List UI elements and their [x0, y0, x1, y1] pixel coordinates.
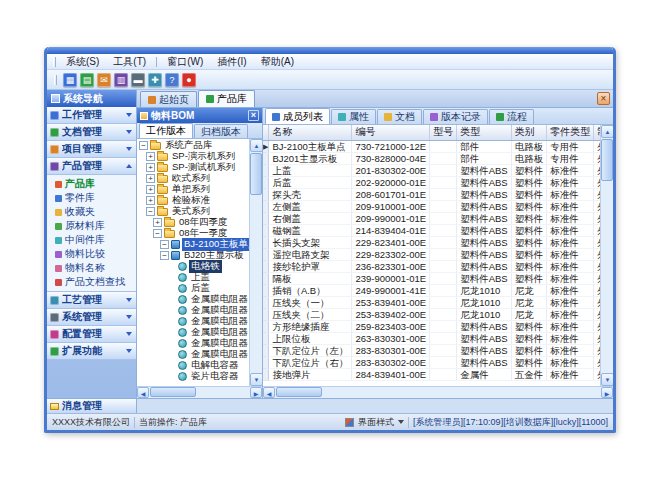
- sidebar-group-project[interactable]: 项目管理: [47, 141, 136, 158]
- table-row[interactable]: 压线夹（一）253-839401-00E尼龙1010尼龙标准件外协条: [263, 296, 600, 308]
- sidebar-group-product[interactable]: 产品管理: [47, 158, 136, 175]
- detail-tab-version-history[interactable]: 版本记录: [423, 109, 488, 124]
- detail-tab-documents[interactable]: 文档: [377, 109, 422, 124]
- scroll-down-icon[interactable]: [250, 373, 263, 386]
- column-header[interactable]: 型号: [430, 125, 457, 140]
- expand-minus-icon[interactable]: −: [146, 207, 155, 216]
- table-row[interactable]: 上盖201-830302-00E塑料件ABS塑料件标准件外协条: [263, 164, 600, 176]
- exit-icon[interactable]: ●: [182, 73, 196, 87]
- expand-minus-icon[interactable]: −: [153, 229, 162, 238]
- scroll-right-icon[interactable]: [250, 387, 262, 398]
- scroll-thumb[interactable]: [150, 387, 196, 397]
- table-row[interactable]: 磁钢盖214-839404-01E塑料件ABS塑料件标准件外协条: [263, 224, 600, 236]
- tree-vertical-scrollbar[interactable]: [249, 139, 262, 386]
- table-row[interactable]: 插销（A.B）249-990001-41E尼龙1010尼龙标准件外协条: [263, 284, 600, 296]
- menu-item-system[interactable]: 系统(S): [59, 54, 106, 70]
- column-header[interactable]: 零件类型: [547, 125, 594, 140]
- bom-tab-2[interactable]: 归档版本: [194, 124, 248, 138]
- sidebar-item-raw-material-lib[interactable]: 原材料库: [47, 219, 136, 233]
- scroll-track[interactable]: [250, 152, 262, 373]
- menu-item-window[interactable]: 窗口(W): [160, 54, 210, 70]
- sidebar-item-middleware-lib[interactable]: 中间件库: [47, 233, 136, 247]
- expand-plus-icon[interactable]: +: [146, 174, 155, 183]
- bom-tree-icon[interactable]: ▤: [80, 73, 94, 87]
- table-row[interactable]: ▶BJ-2100主板单点730-721000-12E部件电路板专用件外协颗: [263, 140, 600, 152]
- printer-icon[interactable]: ▬: [131, 73, 145, 87]
- tab-close-button[interactable]: [597, 92, 610, 105]
- menu-item-plugins[interactable]: 插件(I): [210, 54, 253, 70]
- detail-tab-properties[interactable]: 属性: [331, 109, 376, 124]
- scroll-down-icon[interactable]: [601, 373, 614, 386]
- scroll-track[interactable]: [149, 387, 250, 398]
- sidebar-item-material-name[interactable]: 物料名称: [47, 261, 136, 275]
- bom-tab-1[interactable]: 工作版本: [139, 123, 193, 138]
- sidebar-group-document[interactable]: 文档管理: [47, 124, 136, 141]
- table-row[interactable]: 长插头支架229-823401-00E塑料件ABS塑料件标准件外协条: [263, 236, 600, 248]
- table-row[interactable]: 隔板239-900001-01E塑料件ABS塑料件标准件外协条: [263, 272, 600, 284]
- tab-product-lib[interactable]: 产品库: [198, 90, 255, 107]
- scroll-left-icon[interactable]: [263, 387, 275, 398]
- help-icon[interactable]: ?: [165, 73, 179, 87]
- mail-icon[interactable]: ✉: [97, 73, 111, 87]
- detail-tab-members[interactable]: 成员列表: [265, 108, 330, 124]
- table-row[interactable]: 压线夹（二）253-839402-00E尼龙1010尼龙标准件外协条: [263, 308, 600, 320]
- expand-plus-icon[interactable]: +: [146, 152, 155, 161]
- scroll-thumb[interactable]: [276, 387, 322, 397]
- settings-icon[interactable]: ✚: [148, 73, 162, 87]
- scroll-up-icon[interactable]: [250, 139, 263, 152]
- sidebar-group-system[interactable]: 系统管理: [47, 309, 136, 326]
- sidebar-group-craft[interactable]: 工艺管理: [47, 292, 136, 309]
- sidebar-group-extend[interactable]: 扩展功能: [47, 343, 136, 360]
- ui-style-label[interactable]: 界面样式: [358, 416, 394, 429]
- table-row[interactable]: 接纱轮护罩236-823301-00E塑料件ABS塑料件标准件外协条: [263, 260, 600, 272]
- tree-horizontal-scrollbar[interactable]: [137, 386, 262, 398]
- table-row[interactable]: 下趴定位片（左）283-830301-00E塑料件ABS塑料件标准件外协条: [263, 344, 600, 356]
- report-icon[interactable]: ▥: [114, 73, 128, 87]
- scroll-right-icon[interactable]: [601, 387, 613, 398]
- expand-plus-icon[interactable]: +: [146, 163, 155, 172]
- expand-minus-icon[interactable]: −: [160, 240, 169, 249]
- table-vertical-scrollbar[interactable]: [600, 125, 613, 386]
- sidebar-item-part-lib[interactable]: 零件库: [47, 191, 136, 205]
- table-row[interactable]: 探头壳208-601701-01E塑料件ABS塑料件标准件外协条: [263, 188, 600, 200]
- table-row[interactable]: 后盖202-920000-01E塑料件ABS塑料件标准件外协条: [263, 176, 600, 188]
- window-icon[interactable]: ▦: [63, 73, 77, 87]
- scroll-thumb[interactable]: [250, 153, 262, 195]
- expand-minus-icon[interactable]: −: [160, 251, 169, 260]
- expand-plus-icon[interactable]: +: [146, 196, 155, 205]
- column-header[interactable]: 类别: [511, 125, 547, 140]
- menubar-grip[interactable]: [53, 57, 56, 67]
- table-row[interactable]: 上限位板263-830301-00E塑料件ABS塑料件标准件外协条: [263, 332, 600, 344]
- expand-minus-icon[interactable]: −: [139, 141, 148, 150]
- detail-tab-workflow[interactable]: 流程: [489, 109, 534, 124]
- scroll-thumb[interactable]: [601, 139, 613, 181]
- row-selector[interactable]: ▶: [263, 140, 269, 152]
- tab-home[interactable]: 起始页: [140, 91, 197, 107]
- table-row[interactable]: BJ201主显示板730-828000-04E部件电路板专用件外协颗: [263, 152, 600, 164]
- table-horizontal-scrollbar[interactable]: [263, 386, 613, 398]
- table-row[interactable]: 接地弹片284-839401-00E金属件五金件标准件外协条: [263, 368, 600, 380]
- sidebar-group-config[interactable]: 配置管理: [47, 326, 136, 343]
- table-row[interactable]: 右侧盖209-990001-01E塑料件ABS塑料件标准件外协条: [263, 212, 600, 224]
- menu-item-help[interactable]: 帮助(A): [254, 54, 301, 70]
- table-row[interactable]: 左侧盖209-910001-00E塑料件ABS塑料件标准件外协条: [263, 200, 600, 212]
- sidebar-group-work[interactable]: 工作管理: [47, 107, 136, 124]
- table-row[interactable]: 方形绝缘插座259-823403-00E塑料件ABS塑料件标准件外协条: [263, 320, 600, 332]
- scroll-track[interactable]: [275, 387, 601, 398]
- scroll-left-icon[interactable]: [137, 387, 149, 398]
- sidebar-item-material-compare[interactable]: 物料比较: [47, 247, 136, 261]
- table-row[interactable]: 遥控电路支架229-823302-00E塑料件ABS塑料件标准件外协条: [263, 248, 600, 260]
- tree-node[interactable]: 瓷片电容器: [137, 371, 249, 382]
- column-header[interactable]: 编号: [352, 125, 430, 140]
- scroll-track[interactable]: [601, 138, 613, 373]
- toolbar-grip[interactable]: [54, 75, 57, 85]
- table-row[interactable]: 下趴定位片（右）283-830302-00E塑料件ABS塑料件标准件外协条: [263, 356, 600, 368]
- message-panel-bar[interactable]: 消息管理: [47, 399, 137, 413]
- bom-close-icon[interactable]: [248, 110, 259, 121]
- sidebar-item-product-doc-search[interactable]: 产品文档查找: [47, 275, 136, 289]
- menu-item-tools[interactable]: 工具(T): [106, 54, 153, 70]
- scroll-up-icon[interactable]: [601, 125, 614, 138]
- chevron-down-icon[interactable]: [398, 420, 404, 424]
- column-header[interactable]: 类型: [457, 125, 512, 140]
- column-header[interactable]: 名称: [269, 125, 352, 140]
